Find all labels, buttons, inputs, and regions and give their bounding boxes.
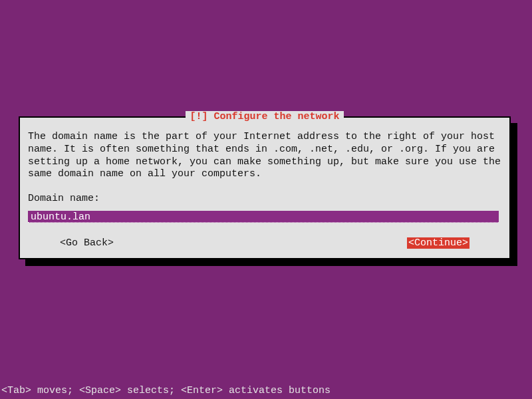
footer-hint: <Tab> moves; <Space> selects; <Enter> ac…: [1, 385, 331, 396]
dialog-title-wrap: [!] Configure the network: [20, 111, 509, 122]
domain-name-input[interactable]: ubuntu.lan: [28, 211, 499, 223]
go-back-button[interactable]: <Go Back>: [60, 237, 114, 249]
domain-name-label: Domain name:: [28, 193, 501, 205]
dialog-buttons: <Go Back> <Continue>: [20, 237, 509, 249]
dialog-title: [!] Configure the network: [186, 111, 343, 122]
domain-description: The domain name is the part of your Inte…: [28, 131, 501, 181]
continue-button[interactable]: <Continue>: [407, 237, 469, 249]
dialog-body: The domain name is the part of your Inte…: [20, 118, 509, 223]
configure-network-dialog: [!] Configure the network The domain nam…: [19, 116, 511, 259]
